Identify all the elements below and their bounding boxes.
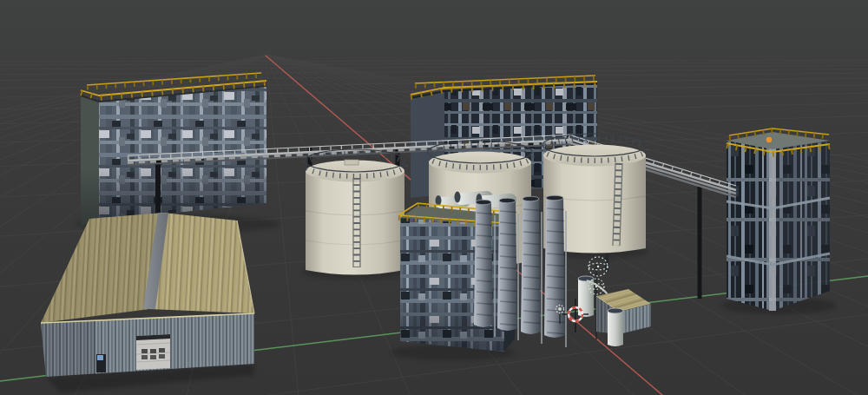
corner-column: [769, 148, 776, 311]
storage-tank-1[interactable]: [301, 149, 409, 280]
origin-dot: [766, 137, 772, 142]
left-face: [727, 141, 773, 311]
process-building-front[interactable]: [391, 190, 517, 360]
small-tank-2[interactable]: [608, 308, 623, 346]
tank-cap: [578, 276, 594, 281]
chimney-2: [497, 198, 518, 340]
sky-background: [0, 0, 868, 61]
roof-hatch: [345, 160, 358, 165]
chimney-4: [544, 195, 566, 347]
process-tower-right[interactable]: [721, 128, 836, 314]
garage-door: [136, 334, 170, 370]
tank-cap: [608, 308, 623, 313]
viewport-3d[interactable]: [0, 0, 868, 395]
scene-canvas: [0, 0, 868, 395]
entry-door: [96, 354, 106, 372]
